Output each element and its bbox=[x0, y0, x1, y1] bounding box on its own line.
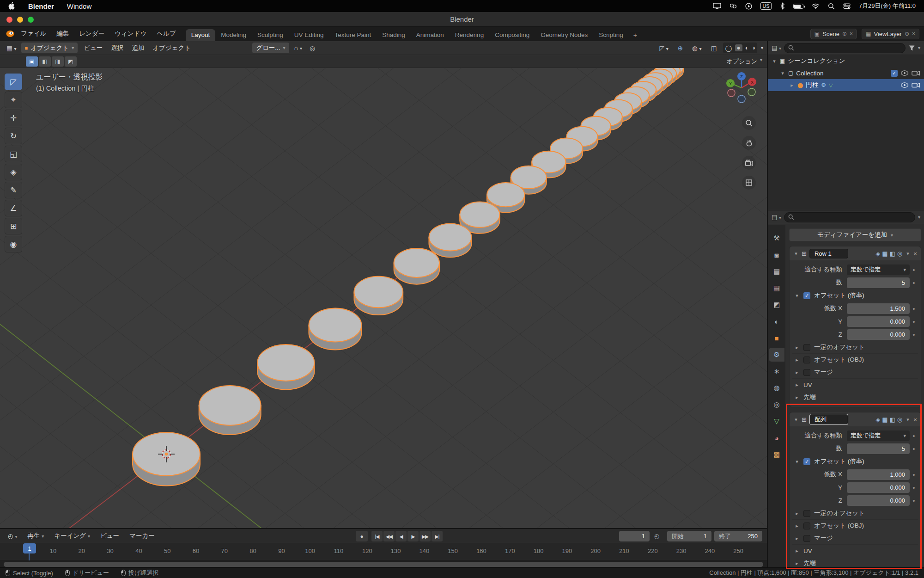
realtime-toggle-icon[interactable]: ◧ bbox=[889, 416, 895, 423]
expand-icon[interactable]: ▸ bbox=[794, 523, 800, 529]
properties-tab-physics[interactable]: ◍ bbox=[769, 381, 784, 395]
mesh-data-icon[interactable]: ▽ bbox=[829, 82, 833, 88]
properties-tab-material[interactable]: ◕ bbox=[769, 431, 784, 445]
factor-z-field[interactable]: 0.000 bbox=[847, 329, 910, 340]
animate-dot[interactable]: • bbox=[910, 484, 918, 492]
animate-dot[interactable]: • bbox=[910, 318, 918, 326]
cylinder-object[interactable] bbox=[354, 277, 403, 315]
outliner-row-scene-collection[interactable]: ▾ ▣ シーンコレクション bbox=[768, 55, 924, 67]
workspace-tab-geometry-nodes[interactable]: Geometry Nodes bbox=[535, 29, 593, 41]
viewport-menu[interactable]: 追加 bbox=[128, 43, 148, 54]
bluetooth-icon[interactable] bbox=[780, 2, 785, 10]
close-icon[interactable]: × bbox=[913, 250, 917, 257]
animate-dot[interactable]: • bbox=[910, 279, 918, 287]
gizmo-minus-x-axis[interactable] bbox=[728, 89, 735, 97]
zoom-icon[interactable] bbox=[742, 116, 756, 130]
tool-scale[interactable]: ◱ bbox=[5, 146, 22, 162]
expand-icon[interactable]: ▸ bbox=[794, 510, 800, 517]
blender-logo-icon[interactable] bbox=[5, 30, 15, 38]
fit-type-dropdown[interactable]: 定数で指定 ▾ bbox=[847, 430, 910, 441]
auto-key-record-button[interactable]: ● bbox=[356, 531, 368, 541]
relative-offset-subpanel[interactable]: ▾ ✓ オフセット (倍率) bbox=[792, 455, 918, 468]
animate-dot[interactable]: • bbox=[910, 471, 918, 479]
playback-menu[interactable]: 再生 ▾ bbox=[24, 530, 49, 541]
apple-logo-icon[interactable] bbox=[8, 2, 15, 10]
start-frame-field[interactable]: 開始1 bbox=[667, 531, 711, 541]
modifier-subpanel-collapsed[interactable]: ▸UV bbox=[792, 378, 918, 391]
workspace-tab-uv-editing[interactable]: UV Editing bbox=[289, 29, 329, 41]
modifier-subpanel-collapsed[interactable]: ▸マージ bbox=[792, 532, 918, 544]
timeline-editor-type-button[interactable]: ◴ ▾ bbox=[4, 531, 22, 541]
transform-orientation-dropdown[interactable]: グロー... ▾ bbox=[252, 43, 289, 53]
select-mode-subtract[interactable]: ◨ bbox=[52, 56, 64, 67]
add-workspace-button[interactable]: + bbox=[629, 29, 642, 41]
render-toggle-icon[interactable]: ◎ bbox=[897, 250, 902, 257]
expand-icon[interactable]: ▾ bbox=[780, 70, 785, 76]
menubar-window-menu[interactable]: Window bbox=[67, 2, 91, 10]
extras-menu-icon[interactable]: ▾ bbox=[905, 417, 911, 423]
modifier-header[interactable]: ▾ ⊞ 配列 ◈ ▦ ◧ ◎ ▾ × bbox=[790, 412, 921, 426]
checkbox-icon[interactable] bbox=[803, 344, 810, 351]
play-icon[interactable] bbox=[745, 3, 752, 10]
factor-x-field[interactable]: 1.000 bbox=[847, 469, 910, 480]
animate-dot[interactable]: • bbox=[910, 266, 918, 274]
outliner-options-icon[interactable]: ▾ bbox=[918, 45, 920, 50]
expand-icon[interactable]: ▾ bbox=[793, 417, 799, 423]
edit-mode-toggle-icon[interactable]: ▦ bbox=[882, 250, 888, 257]
workspace-tab-rendering[interactable]: Rendering bbox=[450, 29, 489, 41]
menubar-app-menu[interactable]: Blender bbox=[28, 2, 54, 10]
new-scene-icon[interactable]: ⊕ bbox=[842, 31, 847, 37]
modifier-subpanel-collapsed[interactable]: ▸オフセット (OBJ) bbox=[792, 353, 918, 366]
collection-checkbox[interactable]: ✓ bbox=[891, 70, 898, 77]
animate-dot[interactable]: • bbox=[910, 305, 918, 313]
keying-menu[interactable]: キーイング ▾ bbox=[50, 530, 94, 541]
checkbox-icon[interactable] bbox=[803, 523, 810, 529]
hide-eye-icon[interactable] bbox=[900, 82, 909, 88]
animate-dot[interactable]: • bbox=[910, 445, 918, 453]
on-cage-toggle-icon[interactable]: ◈ bbox=[875, 250, 880, 257]
modifier-subpanel-collapsed[interactable]: ▸先端 bbox=[792, 391, 918, 403]
tool-annotate[interactable]: ✎ bbox=[5, 182, 22, 198]
animate-dot[interactable]: • bbox=[910, 331, 918, 338]
xray-toggle-icon[interactable]: ◫ bbox=[708, 43, 720, 53]
snap-magnet-icon[interactable]: ∩ ▾ bbox=[291, 43, 305, 52]
expand-icon[interactable]: ▸ bbox=[794, 535, 800, 541]
play-button[interactable]: ▶ bbox=[407, 531, 419, 541]
topbar-menu[interactable]: レンダー bbox=[74, 28, 109, 39]
proportional-edit-icon[interactable]: ◎ bbox=[307, 43, 318, 53]
use-preview-range-clock-icon[interactable]: ◴ bbox=[654, 532, 660, 540]
factor-z-field[interactable]: 0.000 bbox=[847, 495, 910, 506]
workspace-tab-layout[interactable]: Layout bbox=[186, 29, 216, 41]
hide-eye-icon[interactable] bbox=[900, 70, 909, 76]
cylinder-object[interactable] bbox=[199, 386, 261, 435]
filter-funnel-icon[interactable] bbox=[908, 45, 915, 51]
properties-editor-type-button[interactable]: ▤ ▾ bbox=[772, 214, 781, 221]
properties-tab-scene[interactable]: ◩ bbox=[769, 298, 784, 312]
topbar-menu[interactable]: ヘルプ bbox=[152, 28, 181, 39]
screen-mirroring-icon[interactable] bbox=[729, 3, 737, 9]
viewport-menu[interactable]: ビュー bbox=[79, 43, 107, 54]
properties-tab-constraints[interactable]: ◎ bbox=[769, 398, 784, 412]
checkbox-icon[interactable] bbox=[803, 369, 810, 376]
relative-offset-subpanel[interactable]: ▾ ✓ オフセット (倍率) bbox=[792, 289, 918, 302]
render-toggle-icon[interactable]: ◎ bbox=[897, 416, 902, 423]
playhead[interactable]: 1 bbox=[23, 543, 36, 553]
topbar-menu[interactable]: 編集 bbox=[51, 28, 74, 39]
shading-dropdown-icon[interactable]: ▾ bbox=[761, 45, 763, 50]
outliner-editor-type-button[interactable]: ▤ ▾ bbox=[772, 44, 781, 51]
select-mode-intersect[interactable]: ◩ bbox=[65, 56, 77, 67]
modifier-header[interactable]: ▾ ⊞ Row 1 ◈ ▦ ◧ ◎ ▾ × bbox=[790, 246, 921, 260]
disable-render-camera-icon[interactable] bbox=[912, 82, 920, 88]
battery-icon[interactable] bbox=[793, 4, 803, 9]
edit-mode-toggle-icon[interactable]: ▦ bbox=[882, 416, 888, 423]
display-icon[interactable] bbox=[713, 3, 721, 9]
tool-cursor[interactable]: ⌖ bbox=[5, 92, 22, 108]
checkbox-icon[interactable] bbox=[803, 535, 810, 542]
tool-add-cube[interactable]: ⊞ bbox=[5, 218, 22, 234]
rendered-shading-icon[interactable]: ◑ bbox=[752, 44, 755, 51]
viewport-canvas[interactable] bbox=[0, 41, 767, 528]
add-modifier-button[interactable]: モディファイアーを追加 ▾ bbox=[789, 228, 921, 241]
properties-tab-texture[interactable]: ▩ bbox=[769, 448, 784, 461]
mode-dropdown[interactable]: ■ オブジェクト ▾ bbox=[21, 43, 78, 53]
properties-tab-world[interactable]: ◐ bbox=[769, 314, 784, 328]
